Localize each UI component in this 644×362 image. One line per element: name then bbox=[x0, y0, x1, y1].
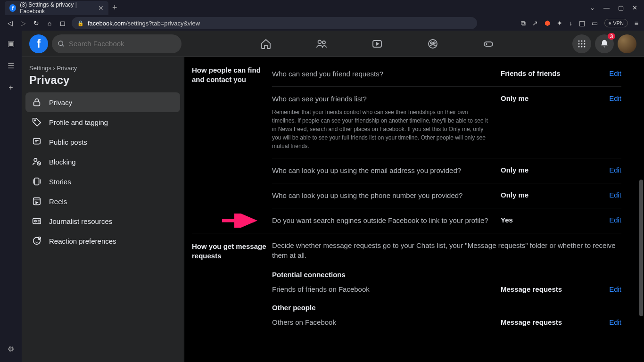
vpn-button[interactable]: VPN bbox=[604, 19, 628, 27]
sidebar-item-journalist[interactable]: Journalist resources bbox=[25, 211, 180, 231]
extensions-icon[interactable]: ✦ bbox=[557, 19, 562, 27]
svg-point-14 bbox=[584, 43, 586, 44]
setting-question: Friends of friends on Facebook bbox=[272, 285, 493, 293]
svg-point-27 bbox=[33, 238, 41, 245]
lock-icon: 🔒 bbox=[77, 20, 84, 26]
sidebar-item-profile-tagging[interactable]: Profile and tagging bbox=[25, 112, 180, 132]
minimize-icon[interactable]: — bbox=[603, 4, 610, 11]
tab-title: (3) Settings & privacy | Facebook bbox=[20, 1, 94, 15]
panel-icon[interactable]: ◫ bbox=[579, 19, 585, 27]
notifications-button[interactable]: 3 bbox=[595, 34, 614, 53]
add-panel-icon[interactable]: + bbox=[8, 83, 13, 92]
panel-toggle-icon[interactable]: ▣ bbox=[8, 39, 15, 48]
wallet-icon[interactable]: ▭ bbox=[592, 19, 598, 27]
browser-side-rail: ▣ ☰ + ⚙ bbox=[0, 31, 22, 362]
svg-point-13 bbox=[581, 43, 583, 44]
svg-point-11 bbox=[584, 40, 586, 41]
edit-link[interactable]: Edit bbox=[603, 166, 621, 174]
nav-gaming[interactable] bbox=[462, 33, 514, 55]
settings-gear-icon[interactable]: ⚙ bbox=[8, 345, 14, 354]
svg-point-5 bbox=[429, 40, 437, 48]
edit-link[interactable]: Edit bbox=[603, 285, 621, 293]
menu-icon[interactable]: ≡ bbox=[635, 19, 638, 27]
section-message-requests: How you get message requests Decide whet… bbox=[192, 233, 621, 333]
download-icon[interactable]: ↓ bbox=[569, 19, 572, 27]
search-icon bbox=[58, 40, 65, 48]
nav-friends[interactable] bbox=[296, 33, 347, 55]
favicon-icon: f bbox=[9, 4, 16, 12]
id-icon bbox=[31, 216, 42, 226]
setting-question: Who can look you up using the phone numb… bbox=[272, 191, 493, 200]
back-button[interactable]: ◁ bbox=[6, 19, 14, 27]
setting-question: Who can look you up using the email addr… bbox=[272, 166, 493, 175]
sidebar-item-privacy[interactable]: Privacy bbox=[25, 92, 180, 112]
address-bar[interactable]: 🔒 facebook.com/settings?tab=privacy&view bbox=[72, 17, 477, 29]
tag-icon bbox=[31, 117, 42, 127]
search-input[interactable] bbox=[52, 34, 182, 53]
chevron-down-icon[interactable]: ⌄ bbox=[590, 4, 595, 11]
svg-point-3 bbox=[322, 41, 325, 44]
svg-rect-23 bbox=[34, 178, 39, 185]
open-external-icon[interactable]: ⧉ bbox=[521, 19, 526, 27]
shield-icon[interactable]: ⬢ bbox=[545, 19, 550, 27]
sidebar-item-reels[interactable]: Reels bbox=[25, 191, 180, 211]
nav-groups[interactable] bbox=[407, 33, 459, 55]
setting-row: Who can send you friend requests? Friend… bbox=[272, 62, 621, 87]
sidebar-item-stories[interactable]: Stories bbox=[25, 172, 180, 191]
bookmark-icon[interactable]: ◻ bbox=[58, 19, 67, 27]
fb-top-nav bbox=[182, 33, 572, 55]
setting-subtext: Remember that your friends control who c… bbox=[272, 108, 493, 150]
breadcrumb[interactable]: Settings › Privacy bbox=[25, 65, 180, 72]
facebook-app: f 3 Settings › Privacy Privacy bbox=[22, 31, 644, 362]
sidebar-item-public-posts[interactable]: Public posts bbox=[25, 132, 180, 152]
privacy-main: How people can find and contact you Who … bbox=[184, 57, 644, 362]
setting-value: Friends of friends bbox=[501, 69, 595, 77]
nav-watch[interactable] bbox=[351, 33, 403, 55]
maximize-icon[interactable]: ▢ bbox=[618, 4, 624, 11]
sidebar-item-reactions[interactable]: Reaction preferences bbox=[25, 231, 180, 251]
posts-icon bbox=[31, 137, 42, 147]
tab-bar: f (3) Settings & privacy | Facebook ✕ + … bbox=[0, 0, 644, 16]
home-button[interactable]: ⌂ bbox=[45, 19, 54, 27]
edit-link[interactable]: Edit bbox=[603, 318, 621, 326]
edit-link[interactable]: Edit bbox=[603, 216, 621, 224]
svg-point-17 bbox=[584, 46, 586, 47]
svg-rect-25 bbox=[33, 219, 41, 224]
nav-home[interactable] bbox=[240, 33, 292, 55]
setting-question: Who can see your friends list?Remember t… bbox=[272, 94, 493, 150]
svg-point-15 bbox=[578, 46, 580, 47]
reading-list-icon[interactable]: ☰ bbox=[8, 61, 14, 70]
setting-value: Only me bbox=[501, 94, 595, 102]
edit-link[interactable]: Edit bbox=[603, 191, 621, 199]
setting-row: Who can see your friends list?Remember t… bbox=[272, 87, 621, 158]
forward-button[interactable]: ▷ bbox=[19, 19, 27, 27]
stories-icon bbox=[31, 176, 42, 187]
scrollbar-thumb[interactable] bbox=[639, 180, 643, 316]
reload-button[interactable]: ↻ bbox=[32, 19, 41, 27]
notification-badge: 3 bbox=[608, 33, 615, 40]
search-field[interactable] bbox=[69, 40, 176, 48]
section-intro: Decide whether message requests go to yo… bbox=[272, 238, 621, 267]
new-tab-button[interactable]: + bbox=[112, 3, 117, 13]
fb-logo[interactable]: f bbox=[29, 34, 48, 53]
browser-tab[interactable]: f (3) Settings & privacy | Facebook ✕ bbox=[5, 1, 108, 15]
url-text: facebook.com/settings?tab=privacy&view bbox=[88, 20, 200, 27]
svg-rect-8 bbox=[484, 42, 493, 46]
settings-sidebar: Settings › Privacy Privacy Privacy Profi… bbox=[22, 57, 184, 362]
svg-point-6 bbox=[430, 42, 432, 44]
menu-grid-button[interactable] bbox=[572, 34, 591, 53]
share-icon[interactable]: ↗ bbox=[532, 19, 538, 27]
fb-header: f 3 bbox=[22, 31, 644, 57]
profile-avatar[interactable] bbox=[618, 34, 636, 53]
close-window-icon[interactable]: ✕ bbox=[632, 4, 637, 11]
page-title: Privacy bbox=[25, 72, 180, 92]
svg-point-12 bbox=[578, 43, 580, 44]
sidebar-item-blocking[interactable]: Blocking bbox=[25, 152, 180, 172]
address-bar-row: ◁ ▷ ↻ ⌂ ◻ 🔒 facebook.com/settings?tab=pr… bbox=[0, 16, 644, 31]
edit-link[interactable]: Edit bbox=[603, 69, 621, 77]
tab-close-icon[interactable]: ✕ bbox=[98, 4, 104, 12]
scrollbar[interactable] bbox=[638, 57, 644, 362]
edit-link[interactable]: Edit bbox=[603, 94, 621, 102]
svg-point-26 bbox=[34, 220, 36, 222]
svg-point-10 bbox=[581, 40, 583, 41]
